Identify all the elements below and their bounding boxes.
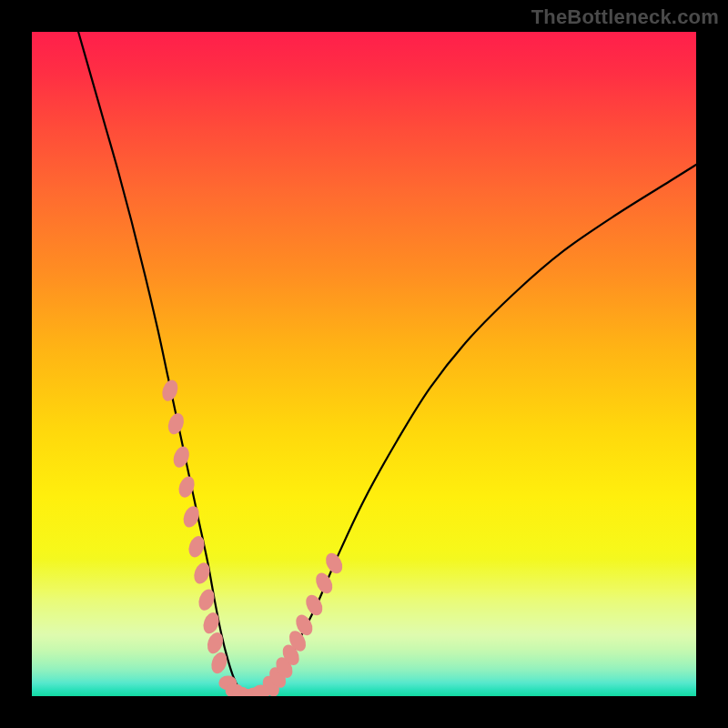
curve-marker xyxy=(205,631,226,656)
curve-marker xyxy=(196,587,217,612)
curve-marker xyxy=(200,611,221,636)
curve-marker xyxy=(313,571,336,597)
curve-marker xyxy=(181,504,202,530)
curve-marker xyxy=(171,444,192,470)
chart-svg xyxy=(32,32,696,696)
bottleneck-curve xyxy=(78,32,696,696)
curve-marker xyxy=(303,592,326,619)
plot-area xyxy=(32,32,696,696)
curve-marker xyxy=(166,411,187,437)
watermark-text: TheBottleneck.com xyxy=(531,5,719,29)
curve-marker xyxy=(322,551,345,577)
curve-marker xyxy=(186,534,207,560)
curve-marker xyxy=(159,378,180,403)
chart-frame: TheBottleneck.com xyxy=(0,0,728,728)
curve-marker xyxy=(191,561,212,586)
